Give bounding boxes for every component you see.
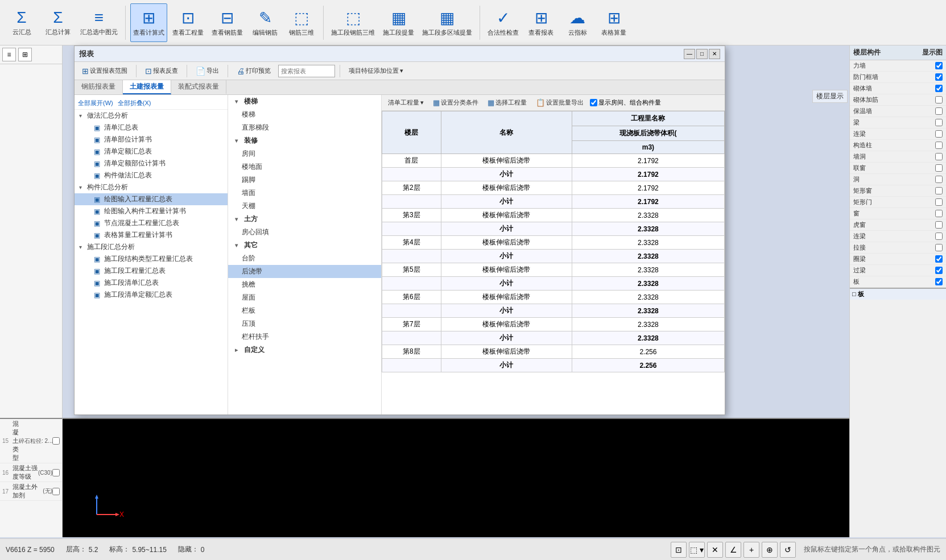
tab-assembled[interactable]: 装配式报表量 [171,80,226,94]
show-room-input[interactable] [590,99,597,106]
sidebar-grid-view[interactable]: ⊞ [18,48,32,61]
tree-item-huitu-zong[interactable]: ▣ 绘图输入工程量汇总表 [75,193,228,205]
table-row[interactable]: 小计 2.1792 [382,195,725,209]
toolbar-yunhuizong[interactable]: Σ 云汇总 [5,3,39,42]
table-row[interactable]: 第7层 楼板伸缩后浇带 2.3328 [382,318,725,331]
set-batch-export-btn[interactable]: 📋 设置批量导出 [533,97,586,108]
cat-tijo[interactable]: 踢脚 [228,173,381,186]
toolbar-bianjijin[interactable]: ✎ 编辑钢筋 [248,3,282,42]
comp-checkbox-qiang_dong[interactable] [935,153,943,160]
tree-item-sg-gongcheng[interactable]: ▣ 施工段工程量汇总表 [75,265,228,277]
comp-checkbox-dong[interactable] [935,176,943,183]
prop-check-16[interactable] [52,469,60,476]
table-row[interactable]: 小计 2.3328 [382,222,725,236]
cat-tianpeng[interactable]: 天棚 [228,200,381,213]
select-measure-btn[interactable]: ▦ 选择工程量 [485,97,530,108]
tree-item-qingdan-bu[interactable]: ▣ 清单部位计算书 [75,134,228,146]
dialog-minimize[interactable]: — [684,49,695,59]
prop-check-15[interactable] [52,437,60,445]
table-row[interactable]: 第8层 楼板伸缩后浇带 2.256 [382,345,725,359]
comp-checkbox-chuang[interactable] [935,210,943,217]
table-row[interactable]: 第4层 楼板伸缩后浇带 2.3328 [382,236,725,250]
cat-lanban[interactable]: 栏板 [228,304,381,317]
comp-checkbox-qiang_jia_jin[interactable] [935,96,943,103]
tab-civil[interactable]: 土建报表量 [123,80,171,94]
cat-fangjian[interactable]: 房间 [228,147,381,160]
table-row[interactable]: 第5层 楼板伸缩后浇带 2.3328 [382,263,725,277]
tree-item-qingdan-hui[interactable]: ▣ 清单汇总表 [75,122,228,134]
comp-checkbox-jing_men[interactable] [935,198,943,206]
table-row[interactable]: 小计 2.3328 [382,304,725,318]
collapse-all-btn[interactable]: 全部折叠(X) [118,99,151,107]
tree-item-sg-qingdan[interactable]: ▣ 施工段清单汇总表 [75,277,228,289]
toolbar-gjinsanwei[interactable]: ⬚ 钢筋三维 [284,3,319,42]
table-row[interactable]: 小计 2.1792 [382,168,725,181]
table-row[interactable]: 小计 2.256 [382,359,725,372]
dialog-maximize[interactable]: □ [696,49,708,59]
tree-item-shigong-hui[interactable]: ▾ 施工段汇总分析 [75,241,228,253]
comp-checkbox-lian_liang2[interactable] [935,233,943,240]
tree-item-biaoge-suan[interactable]: ▣ 表格算量工程量计算书 [75,229,228,241]
cat-langan[interactable]: 栏杆扶手 [228,330,381,343]
comp-checkbox-liang[interactable] [935,119,943,126]
cat-zhuangxiu[interactable]: ▾ 装修 [228,134,381,147]
cat-yading[interactable]: 压顶 [228,317,381,330]
comp-checkbox-jian_ti_qiang[interactable] [935,85,943,92]
tree-item-gouji-hui[interactable]: ▾ 构件汇总分析 [75,181,228,193]
cat-tufang[interactable]: ▾ 土方 [228,213,381,226]
toolbar-huizong[interactable]: Σ 汇总计算 [41,3,75,42]
tree-item-sg-jiegou[interactable]: ▣ 施工段结构类型工程量汇总表 [75,253,228,265]
comp-checkbox-lian_chuang[interactable] [935,164,943,172]
table-row[interactable]: 小计 2.3328 [382,250,725,263]
status-tool-rotate[interactable]: ↺ [780,542,796,558]
cat-qiangmian[interactable]: 墙面 [228,186,381,200]
status-tool-target[interactable]: ⊕ [762,542,778,558]
status-tool-rect[interactable]: ⊡ [671,542,687,558]
comp-checkbox-li_qiang[interactable] [935,62,943,69]
tree-item-qingdan-e-bu[interactable]: ▣ 清单定额部位计算书 [75,157,228,169]
table-row[interactable]: 首层 楼板伸缩后浇带 2.1792 [382,154,725,168]
comp-checkbox-men_kuang[interactable] [935,73,943,81]
prop-check-17[interactable] [52,488,60,495]
cat-loudi[interactable]: 楼地面 [228,160,381,173]
tree-item-qingdan-e[interactable]: ▣ 清单定额汇总表 [75,146,228,157]
status-tool-plus[interactable]: + [743,542,759,558]
set-category-btn[interactable]: ▦ 设置分类条件 [430,97,481,108]
expand-all-btn[interactable]: 全部展开(W) [78,99,113,107]
toolbar-chakan[interactable]: ⊞ 查看计算式 [130,3,167,42]
print-preview-btn[interactable]: 🖨 打印预览 [233,64,275,78]
cat-taijie[interactable]: 台阶 [228,252,381,265]
toolbar-chakangjin[interactable]: ⊟ 查看钢筋量 [209,3,246,42]
cat-qita[interactable]: ▾ 其它 [228,239,381,252]
toolbar-sgtijiao[interactable]: ▦ 施工段提量 [380,3,417,42]
sidebar-list-view[interactable]: ≡ [2,48,16,61]
comp-checkbox-jing_chuang[interactable] [935,187,943,194]
table-row[interactable]: 小计 2.3328 [382,277,725,291]
set-range-btn[interactable]: ⊞ 设置报表范围 [78,64,131,78]
comp-checkbox-gou_za[interactable] [935,142,943,149]
toolbar-hefaxing[interactable]: ✓ 合法性检查 [485,3,522,42]
toolbar-bigesuan[interactable]: ⊞ 表格算量 [597,3,631,42]
comp-checkbox-juan_lian_liang[interactable] [935,255,943,263]
measure-dropdown[interactable]: 清单工程量 ▾ [385,97,427,108]
cat-wumian[interactable]: 屋面 [228,291,381,304]
project-feature-btn[interactable]: 项目特征添加位置 ▾ [345,64,407,78]
comp-checkbox-hu_qiang[interactable] [935,221,943,229]
show-room-checkbox[interactable]: 显示房间、组合构件量 [590,98,661,107]
toolbar-huizongjuan[interactable]: ≡ 汇总选中图元 [77,3,121,42]
table-row[interactable]: 第2层 楼板伸缩后浇带 2.1792 [382,181,725,195]
cat-tiaoyan[interactable]: 挑檐 [228,278,381,291]
table-row[interactable]: 小计 2.3328 [382,331,725,345]
toolbar-sggjinsanwei[interactable]: ⬚ 施工段钢筋三维 [328,3,378,42]
tree-item-zuofa[interactable]: ▾ 做法汇总分析 [75,110,228,122]
comp-checkbox-ban[interactable] [935,278,943,285]
status-tool-drop[interactable]: ⬚ ▾ [689,542,705,558]
cat-fangxin[interactable]: 房心回填 [228,226,381,239]
toolbar-chakangl[interactable]: ⊡ 查看工程量 [170,3,206,42]
comp-checkbox-bao_wen_qiang[interactable] [935,107,943,115]
dialog-close[interactable]: ✕ [709,49,720,59]
tree-item-sg-qingdan-e[interactable]: ▣ 施工段清单定额汇总表 [75,289,228,301]
review-btn[interactable]: ⊡ 报表反查 [141,64,182,78]
toolbar-chakan-bao[interactable]: ⊞ 查看报表 [524,3,558,42]
comp-checkbox-la_jie[interactable] [935,244,943,251]
